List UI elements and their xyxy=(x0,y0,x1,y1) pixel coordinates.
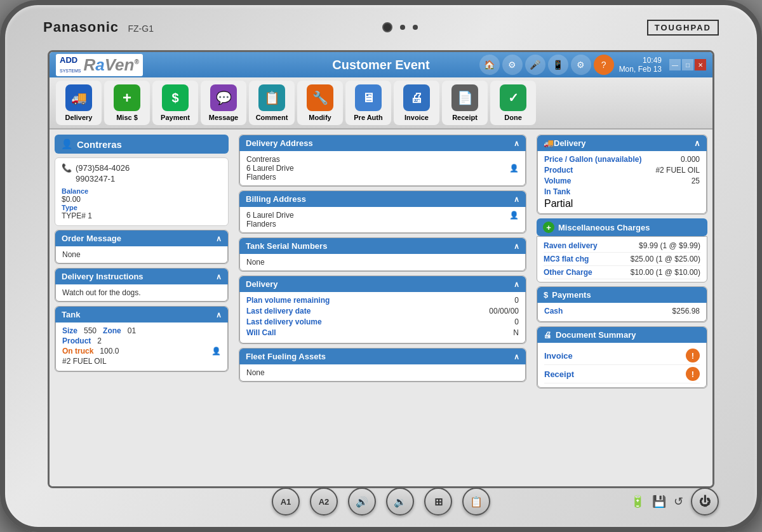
comment-button[interactable]: 📋 Comment xyxy=(249,81,295,125)
billing-address-line1-row: 6 Laurel Drive 👤 xyxy=(246,211,519,220)
right-delivery-header[interactable]: 🚚 Delivery ∧ xyxy=(537,135,707,151)
top-center-sensors xyxy=(382,22,418,32)
customer-phone: (973)584-4026 xyxy=(76,163,130,173)
right-product-row: Product #2 FUEL OIL xyxy=(544,166,700,175)
order-message-chevron: ∧ xyxy=(216,234,222,243)
misc-dollar-label: Misc $ xyxy=(116,114,138,121)
window-controls: — □ ✕ xyxy=(669,59,706,70)
price-per-gallon-label: Price / Gallon (unavailable) xyxy=(544,155,641,164)
billing-address-line1: 6 Laurel Drive xyxy=(246,211,294,220)
mobile-icon[interactable]: 📱 xyxy=(548,55,568,75)
order-message-header[interactable]: Order Message ∧ xyxy=(55,230,228,246)
done-icon: ✓ xyxy=(500,84,526,111)
charge-row-0: Raven delivery $9.99 (1 @ $9.99) xyxy=(544,239,700,253)
tank-product-row: Product 2 xyxy=(62,336,221,345)
right-delivery-section: 🚚 Delivery ∧ Price / Gallon (unavailable… xyxy=(537,135,707,215)
price-per-gallon-row: Price / Gallon (unavailable) 0.000 xyxy=(544,155,700,164)
message-button[interactable]: 💬 Message xyxy=(201,81,246,125)
tank-serial-header[interactable]: Tank Serial Numbers ∧ xyxy=(239,238,526,254)
type-label: Type xyxy=(62,204,222,211)
tank-header[interactable]: Tank ∧ xyxy=(55,307,228,323)
settings-icon[interactable]: ⚙ xyxy=(571,55,591,75)
main-content: 👤 Contreras 📞 (973)584-4026 9903247-1 Ba… xyxy=(50,130,712,486)
bottom-btn-vol-down[interactable]: 🔊 xyxy=(348,488,376,515)
pre-auth-button[interactable]: 🖥 Pre Auth xyxy=(345,81,391,125)
indicator-2 xyxy=(413,25,418,30)
center-delivery-header[interactable]: Delivery ∧ xyxy=(239,276,526,292)
tank-serial-value: None xyxy=(246,258,265,267)
delivery-button[interactable]: 🚚 Delivery xyxy=(56,81,102,125)
fleet-fueling-header[interactable]: Fleet Fueling Assets ∧ xyxy=(239,349,526,364)
last-delivery-volume-label: Last delivery volume xyxy=(246,317,322,326)
home-icon[interactable]: 🏠 xyxy=(479,55,500,75)
charge-label-1: MC3 flat chg xyxy=(544,255,589,263)
storage-icon: 💾 xyxy=(652,495,666,509)
delivery-label: Delivery xyxy=(65,114,93,121)
bottom-btn-a1[interactable]: A1 xyxy=(272,488,300,515)
payments-header[interactable]: $ Payments xyxy=(537,287,707,303)
receipt-warning-icon: ! xyxy=(686,367,700,381)
tank-serial-chevron: ∧ xyxy=(514,242,519,251)
order-message-title: Order Message xyxy=(62,234,121,243)
bottom-btn-windows[interactable]: ⊞ xyxy=(424,488,452,515)
charge-row-1: MC3 flat chg $25.00 (1 @ $25.00) xyxy=(544,253,700,266)
delivery-address-header[interactable]: Delivery Address ∧ xyxy=(239,135,526,151)
network-icon[interactable]: ⚙ xyxy=(502,55,523,75)
delivery-instructions-header[interactable]: Delivery Instructions ∧ xyxy=(55,269,228,284)
tank-size-value: 550 xyxy=(84,326,97,335)
delivery-address-title: Delivery Address xyxy=(246,138,313,148)
tank-size-row: Size 550 Zone 01 xyxy=(62,326,221,335)
delivery-instructions-value: Watch out for the dogs. xyxy=(62,288,141,297)
charges-body: Raven delivery $9.99 (1 @ $9.99) MC3 fla… xyxy=(537,236,707,283)
center-delivery-section: Delivery ∧ Plan volume remaining 0 Last … xyxy=(239,276,526,344)
misc-dollar-button[interactable]: + Misc $ xyxy=(104,81,150,125)
invoice-warning-icon: ! xyxy=(686,349,700,362)
done-button[interactable]: ✓ Done xyxy=(490,81,536,125)
tank-chevron: ∧ xyxy=(216,310,222,319)
delivery-icon: 🚚 xyxy=(65,84,92,111)
receipt-doc-row: Receipt ! xyxy=(544,365,700,383)
bottom-btn-vol-up[interactable]: 🔉 xyxy=(386,488,414,515)
billing-address-line2: Flanders xyxy=(246,220,276,229)
order-message-value: None xyxy=(62,250,81,259)
right-delivery-body: Price / Gallon (unavailable) 0.000 Produ… xyxy=(537,151,707,214)
left-panel: 👤 Contreras 📞 (973)584-4026 9903247-1 Ba… xyxy=(50,130,234,486)
tank-fuel-row: #2 FUEL OIL xyxy=(62,357,221,366)
billing-address-person-icon: 👤 xyxy=(509,211,519,220)
power-button[interactable]: ⏻ xyxy=(691,488,719,515)
sync-icon: ↺ xyxy=(674,495,683,509)
help-icon[interactable]: ? xyxy=(594,55,614,75)
billing-address-header[interactable]: Billing Address ∧ xyxy=(239,191,526,207)
doc-summary-title: Document Summary xyxy=(556,330,636,340)
plan-volume-label: Plan volume remaining xyxy=(246,296,330,305)
toughpad-badge: TOUGHPAD xyxy=(647,20,719,36)
bottom-btn-clipboard[interactable]: 📋 xyxy=(462,488,490,515)
invoice-button[interactable]: 🖨 Invoice xyxy=(394,81,439,125)
payment-icon: $ xyxy=(162,84,189,111)
plan-volume-row: Plan volume remaining 0 xyxy=(246,296,519,305)
modify-label: Modify xyxy=(309,114,331,121)
modify-button[interactable]: 🔧 Modify xyxy=(297,81,343,125)
indicator-1 xyxy=(400,25,405,30)
raven-logo: RaVen® xyxy=(83,55,138,75)
delivery-address-line2-row: 6 Laurel Drive 👤 xyxy=(246,164,519,173)
charge-label-2: Other Charge xyxy=(544,268,592,277)
charge-value-0: $9.99 (1 @ $9.99) xyxy=(639,241,700,250)
pre-auth-label: Pre Auth xyxy=(354,114,382,121)
doc-summary-header[interactable]: 🖨 Document Summary xyxy=(537,327,707,343)
fleet-fueling-value: None xyxy=(246,368,265,377)
fleet-fueling-chevron: ∧ xyxy=(514,352,519,361)
payment-button[interactable]: $ Payment xyxy=(152,81,198,125)
bottom-btn-a2[interactable]: A2 xyxy=(310,488,338,515)
customer-header[interactable]: 👤 Contreras xyxy=(55,135,229,154)
misc-charges-header[interactable]: + Miscellaneous Charges xyxy=(537,218,707,236)
receipt-button[interactable]: 📄 Receipt xyxy=(442,81,488,125)
screen: ADDSYSTEMS RaVen® Customer Event 🏠 ⚙ 🎤 📱… xyxy=(48,50,714,488)
delivery-address-chevron: ∧ xyxy=(514,139,519,148)
brand-name: Panasonic xyxy=(43,19,119,35)
mic-icon[interactable]: 🎤 xyxy=(525,55,545,75)
restore-button[interactable]: □ xyxy=(682,59,693,70)
close-button[interactable]: ✕ xyxy=(695,59,706,70)
minimize-button[interactable]: — xyxy=(669,59,681,70)
camera xyxy=(382,22,392,32)
